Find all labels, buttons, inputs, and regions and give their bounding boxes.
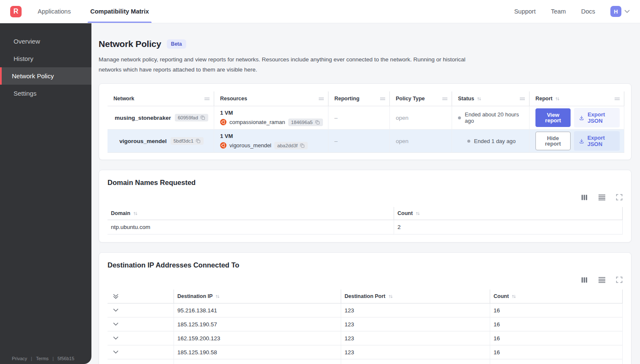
- destination-ip-value: 185.125.190.57: [174, 317, 341, 331]
- destination-ip-value: 95.216.100.21: [174, 359, 341, 364]
- sidebar-item[interactable]: Overview: [0, 33, 91, 50]
- column-header-domain[interactable]: Domain: [108, 207, 394, 220]
- column-menu-icon[interactable]: [614, 97, 620, 101]
- sidebar: Overview History Network Policy Settings…: [0, 23, 91, 364]
- resource-name: vigorous_mendel: [229, 142, 271, 149]
- fullscreen-icon[interactable]: [616, 276, 623, 283]
- user-menu[interactable]: H: [610, 6, 630, 17]
- sort-icon: [388, 294, 393, 299]
- count-value: 16: [490, 317, 623, 331]
- expand-all-header: [108, 290, 174, 303]
- policy-type-value: open: [396, 115, 408, 121]
- nav-link[interactable]: Docs: [581, 8, 595, 15]
- sidebar-item[interactable]: Settings: [0, 85, 91, 102]
- expand-all-icon[interactable]: [113, 294, 119, 299]
- count-value: 16: [490, 303, 623, 317]
- export-json-button[interactable]: Export JSON: [574, 108, 620, 127]
- status-text: Ended 1 day ago: [474, 138, 516, 144]
- column-header-destination-port[interactable]: Destination Port: [341, 290, 490, 303]
- copy-icon[interactable]: [315, 120, 320, 125]
- row-density-icon[interactable]: [598, 277, 606, 283]
- build-hash: 5f56b15: [58, 356, 74, 361]
- destinations-table: Destination IP Destination Port Count: [108, 290, 623, 364]
- column-menu-icon[interactable]: [318, 97, 324, 101]
- reporting-value: –: [334, 138, 338, 144]
- column-menu-icon[interactable]: [442, 97, 448, 101]
- footer-divider: |: [52, 356, 54, 361]
- chevron-down-icon: [624, 10, 630, 13]
- brand-logo[interactable]: R: [10, 6, 22, 17]
- columns-icon[interactable]: [581, 194, 588, 201]
- column-header-resources[interactable]: Resources: [214, 91, 328, 106]
- destination-ips-card: Destination IP Addresses Connected To: [99, 252, 632, 364]
- ubuntu-icon: [220, 142, 226, 149]
- sidebar-item[interactable]: Network Policy: [0, 67, 91, 85]
- column-header-network[interactable]: Network: [108, 91, 214, 106]
- beta-badge: Beta: [167, 39, 186, 49]
- column-header-count[interactable]: Count: [394, 207, 623, 220]
- network-table-row: vigorous_mendel 5bdf3dc1 1 VM: [108, 130, 624, 153]
- column-header-count[interactable]: Count: [490, 290, 623, 303]
- destination-port-value: 123: [341, 331, 490, 345]
- columns-icon[interactable]: [581, 276, 588, 284]
- nav-link[interactable]: Support: [514, 8, 536, 15]
- card-title: Domain Names Requested: [108, 179, 623, 187]
- destination-table-row: 95.216.100.21 123 16: [108, 359, 623, 364]
- network-table-row: musing_stonebraker 60959fad 1 VM: [108, 106, 624, 130]
- column-header-policy-type[interactable]: Policy Type: [390, 91, 452, 106]
- ubuntu-icon: [220, 119, 226, 125]
- reporting-value: –: [334, 115, 338, 121]
- column-menu-icon[interactable]: [519, 97, 525, 101]
- count-value: 16: [490, 345, 623, 359]
- sort-icon: [511, 294, 516, 299]
- column-menu-icon[interactable]: [380, 97, 386, 101]
- footer-divider: |: [31, 356, 32, 361]
- vm-count: 1 VM: [220, 110, 233, 116]
- page-description: Manage network policy, reporting and vie…: [99, 55, 471, 74]
- destination-port-value: 123: [341, 317, 490, 331]
- privacy-link[interactable]: Privacy: [12, 356, 27, 361]
- column-header-report[interactable]: Report: [530, 91, 624, 106]
- column-menu-icon[interactable]: [204, 97, 210, 101]
- nav-tab[interactable]: Compatibility Matrix: [90, 0, 149, 23]
- vm-count: 1 VM: [220, 133, 233, 139]
- top-navbar: R Applications Compatibility Matrix Supp…: [0, 0, 640, 23]
- terms-link[interactable]: Terms: [36, 356, 49, 361]
- domain-table-row: ntp.ubuntu.com 2: [108, 220, 623, 234]
- column-header-reporting[interactable]: Reporting: [328, 91, 390, 106]
- sort-icon: [555, 96, 560, 102]
- sort-icon: [215, 294, 220, 299]
- column-header-status[interactable]: Status: [452, 91, 530, 106]
- column-header-destination-ip[interactable]: Destination IP: [174, 290, 341, 303]
- destination-ip-value: 95.216.138.141: [174, 303, 341, 317]
- copy-icon[interactable]: [196, 138, 201, 143]
- navbar-right: Support Team Docs H: [514, 0, 630, 23]
- row-density-icon[interactable]: [598, 194, 606, 201]
- domain-names-card: Domain Names Requested Domain: [99, 170, 632, 243]
- nav-tab[interactable]: Applications: [38, 0, 71, 23]
- destination-port-value: 123: [341, 303, 490, 317]
- count-value: 16: [490, 331, 623, 345]
- destination-table-row: 162.159.200.123 123 16: [108, 331, 623, 345]
- resource-name: compassionate_raman: [229, 119, 285, 125]
- report-toggle-button[interactable]: Hide report: [535, 132, 571, 150]
- row-expand-chevron-icon[interactable]: [113, 323, 119, 326]
- export-json-button[interactable]: Export JSON: [574, 131, 620, 151]
- fullscreen-icon[interactable]: [616, 194, 623, 201]
- row-expand-chevron-icon[interactable]: [113, 336, 119, 340]
- domain-value: ntp.ubuntu.com: [108, 220, 394, 234]
- row-expand-chevron-icon[interactable]: [113, 350, 119, 354]
- network-id-badge: 60959fad: [175, 114, 208, 121]
- report-toggle-button[interactable]: View report: [535, 108, 571, 127]
- sort-icon: [133, 211, 138, 216]
- status-dot: [467, 140, 470, 143]
- network-name: musing_stonebraker: [115, 115, 171, 121]
- table-toolbar: [108, 276, 623, 284]
- resource-id-badge: 184696a5: [288, 119, 323, 126]
- domains-table: Domain Count ntp.ubuntu.com 2: [108, 207, 623, 234]
- copy-icon[interactable]: [200, 115, 205, 120]
- copy-icon[interactable]: [300, 143, 305, 148]
- nav-link[interactable]: Team: [551, 8, 566, 15]
- sidebar-item[interactable]: History: [0, 50, 91, 67]
- row-expand-chevron-icon[interactable]: [113, 309, 119, 312]
